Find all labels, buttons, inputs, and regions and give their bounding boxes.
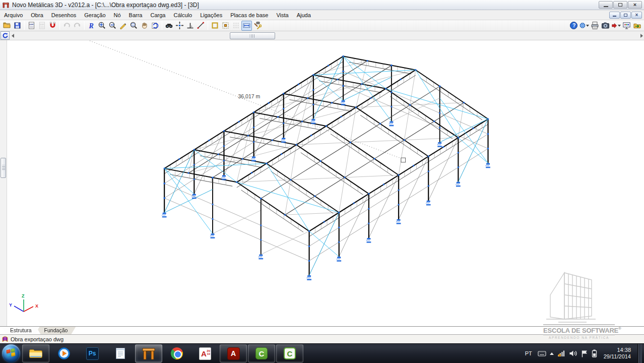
- toolbar-redraw-button[interactable]: R: [86, 21, 97, 31]
- menu-item-no[interactable]: Nó: [110, 11, 125, 20]
- camtasia-studio-icon: C: [255, 347, 268, 359]
- scroll-left-arrow[interactable]: [12, 34, 14, 38]
- rotate-view-button[interactable]: [1, 31, 10, 40]
- toolbar-presentation-button[interactable]: [621, 21, 632, 31]
- taskbar-metalicas3d[interactable]: [135, 344, 162, 362]
- start-button[interactable]: [2, 344, 20, 362]
- print-icon: [591, 21, 599, 30]
- toolbar-snapshot-button[interactable]: [600, 21, 611, 31]
- minimize-button[interactable]: [599, 1, 613, 9]
- toolbar-zoom-extents-button[interactable]: [97, 21, 107, 31]
- vertical-scrollbar[interactable]: [0, 40, 7, 326]
- axis-z-label: Z: [22, 293, 25, 298]
- vertical-scroll-thumb[interactable]: [1, 158, 6, 178]
- export-pdf-icon: [611, 21, 617, 30]
- menu-item-carga[interactable]: Carga: [146, 11, 169, 20]
- toolbar-magnet-button[interactable]: [47, 21, 58, 31]
- media-player-icon: [57, 347, 71, 360]
- svg-text:?: ?: [572, 22, 575, 28]
- menu-item-barra[interactable]: Barra: [125, 11, 147, 20]
- axis-x-label: X: [35, 304, 38, 309]
- taskbar-acrobat[interactable]: A: [220, 344, 247, 362]
- mdi-restore-button[interactable]: [620, 12, 631, 19]
- grid-icon: [232, 21, 240, 30]
- toolbar-export-dxf-button[interactable]: DXF: [37, 21, 47, 31]
- menu-item-calculo[interactable]: Cálculo: [169, 11, 196, 20]
- menu-bar: ArquivoObraDesenhosGeraçãoNóBarraCargaCá…: [0, 10, 644, 20]
- toolbar-export-pdf-button[interactable]: [611, 21, 621, 31]
- action-center-flag-icon[interactable]: [581, 350, 588, 357]
- toolbar-tools-button[interactable]: [252, 21, 263, 31]
- toolbar-zoom-window-button[interactable]: x2: [107, 21, 118, 31]
- battery-icon[interactable]: [592, 349, 597, 357]
- toolbar-import-dxf-button[interactable]: DXF: [26, 21, 37, 31]
- toolbar-snap-button[interactable]: [220, 21, 231, 31]
- close-button[interactable]: ×: [628, 1, 642, 9]
- toolbar-frame-button[interactable]: [210, 21, 220, 31]
- perpendicular-icon: [186, 21, 195, 30]
- mdi-minimize-button[interactable]: [609, 12, 620, 19]
- menu-item-geracao[interactable]: Geração: [80, 11, 109, 20]
- toolbar-pan-button[interactable]: [139, 21, 150, 31]
- restore-button[interactable]: [613, 1, 627, 9]
- taskbar-camtasia-studio[interactable]: C: [248, 344, 275, 362]
- toolbar-undo-button[interactable]: [61, 21, 72, 31]
- toolbar-switch-window-button[interactable]: [632, 21, 642, 31]
- taskbar-camtasia-recorder[interactable]: C: [276, 344, 303, 362]
- horizontal-scroll-thumb[interactable]: [230, 32, 275, 39]
- show-desktop-button[interactable]: [637, 344, 642, 363]
- menu-item-placas-de-base[interactable]: Placas de base: [226, 11, 272, 20]
- toolbar-save-button[interactable]: [12, 21, 23, 31]
- keyboard-icon[interactable]: [538, 350, 546, 357]
- horizontal-scrollbar[interactable]: [0, 31, 644, 40]
- menu-item-desenhos[interactable]: Desenhos: [47, 11, 81, 20]
- toolbar-zoom-previous-button[interactable]: [128, 21, 139, 31]
- toolbar-help-button[interactable]: ?: [568, 21, 579, 31]
- toolbar-grid-button[interactable]: [231, 21, 241, 31]
- rotate-icon: [2, 32, 9, 39]
- menu-item-vista[interactable]: Vista: [272, 11, 292, 20]
- undo-icon: [62, 21, 71, 30]
- hidden-icons-chevron[interactable]: [550, 352, 554, 355]
- taskbar-chrome[interactable]: [163, 344, 190, 362]
- toolbar-open-button[interactable]: [2, 21, 12, 31]
- toolbar-redo-button[interactable]: [72, 21, 83, 31]
- taskbar-media-player[interactable]: [50, 344, 78, 362]
- toolbar-separator: [24, 21, 25, 30]
- taskbar-explorer[interactable]: [22, 344, 49, 362]
- measure-icon: [197, 21, 205, 30]
- toolbar-rotate-view-button[interactable]: [150, 21, 160, 31]
- toolbar-internet-button[interactable]: [579, 21, 590, 31]
- switch-window-icon: [633, 21, 641, 30]
- taskbar-autocad[interactable]: A2010: [191, 344, 219, 362]
- tab-fundacao[interactable]: Fundação: [36, 327, 76, 334]
- toolbar-perpendicular-button[interactable]: [185, 21, 196, 31]
- toolbar-measure-button[interactable]: [196, 21, 206, 31]
- svg-text:DXF: DXF: [29, 23, 34, 26]
- toolbar-draw-button[interactable]: [118, 21, 128, 31]
- menu-item-ajuda[interactable]: Ajuda: [293, 11, 315, 20]
- 3d-viewport[interactable]: 36,017 m Z Y X ESCOLA DE SOFTWARE®: [0, 40, 644, 326]
- frame-icon: [211, 21, 219, 30]
- window-title: Novo Metálicas 3D - v2012.a - [C:\...\Ob…: [12, 2, 199, 9]
- zoom-extents-icon: [98, 21, 106, 30]
- toolbar-print-button[interactable]: [590, 21, 600, 31]
- export-dxf-icon: DXF: [38, 21, 46, 30]
- menu-item-ligacoes[interactable]: Ligações: [196, 11, 226, 20]
- taskbar-photoshop[interactable]: Ps: [79, 344, 106, 362]
- clock[interactable]: 14:38 29/11/2014: [601, 347, 634, 360]
- toolbar-search-button[interactable]: [164, 21, 174, 31]
- toolbar-move-node-button[interactable]: [174, 21, 185, 31]
- toolbar-dimensions-button[interactable]: [241, 21, 252, 31]
- menu-item-obra[interactable]: Obra: [27, 11, 47, 20]
- taskbar-notepad[interactable]: [107, 344, 134, 362]
- volume-icon[interactable]: [569, 350, 577, 357]
- network-icon[interactable]: [557, 350, 565, 357]
- chevron-down-icon: [618, 25, 621, 27]
- mdi-close-button[interactable]: ×: [631, 12, 642, 19]
- tab-estrutura[interactable]: Estrutura: [2, 327, 40, 334]
- menu-item-arquivo[interactable]: Arquivo: [0, 11, 27, 20]
- windows-logo-icon: [6, 349, 16, 358]
- scroll-right-arrow[interactable]: [640, 34, 643, 38]
- language-indicator[interactable]: PT: [523, 349, 534, 357]
